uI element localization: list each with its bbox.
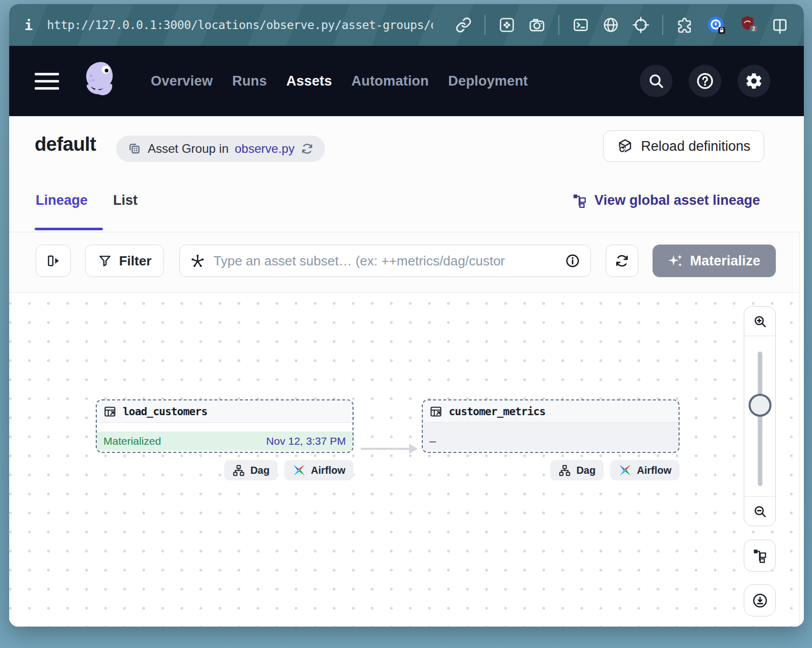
adblock-shield-icon[interactable]: 2 xyxy=(739,15,759,35)
asset-name: load_customers xyxy=(123,406,207,418)
zoom-slider-track[interactable] xyxy=(757,352,762,486)
asset-selection-icon xyxy=(190,253,205,268)
shield-badge-count: 2 xyxy=(752,26,755,32)
asset-tags-customer-metrics: Dag Airflow xyxy=(550,460,680,480)
tabs-divider xyxy=(9,232,804,232)
asset-group-icon xyxy=(127,142,142,156)
asset-status-bar: Materialized Nov 12, 3:37 PM xyxy=(97,431,353,451)
nav-item-assets[interactable]: Assets xyxy=(286,73,332,89)
airflow-icon xyxy=(292,464,306,477)
asset-node-load-customers[interactable]: load_customers Materialized Nov 12, 3:37… xyxy=(96,399,354,453)
download-icon xyxy=(752,592,768,609)
dag-tag[interactable]: Dag xyxy=(550,460,604,480)
dag-icon xyxy=(232,464,245,477)
airflow-icon xyxy=(618,464,632,477)
lineage-graph-icon xyxy=(572,193,587,208)
globe-icon[interactable] xyxy=(602,16,619,34)
tab-lineage[interactable]: Lineage xyxy=(36,193,88,208)
airflow-tag-label: Airflow xyxy=(637,465,671,476)
dagster-logo[interactable] xyxy=(80,60,122,102)
refresh-icon xyxy=(614,253,630,268)
lineage-graph-icon xyxy=(752,548,768,563)
airflow-tag[interactable]: Airflow xyxy=(610,460,680,480)
tab-list[interactable]: List xyxy=(113,193,138,208)
airflow-tag[interactable]: Airflow xyxy=(284,460,354,480)
expand-panel-icon xyxy=(46,253,61,268)
address-bar[interactable]: http://127.0.0.1:3000/locations/observe.… xyxy=(47,18,433,32)
toolbar-separator xyxy=(558,15,559,35)
asset-group-label: Asset Group in xyxy=(148,142,229,156)
filter-button[interactable]: Filter xyxy=(85,245,164,277)
zoom-slider-thumb[interactable] xyxy=(748,394,771,417)
crosshair-icon[interactable] xyxy=(632,16,649,34)
filter-label: Filter xyxy=(119,253,152,269)
camera-icon[interactable] xyxy=(528,16,546,34)
nav-item-overview[interactable]: Overview xyxy=(151,73,213,89)
refresh-graph-button[interactable] xyxy=(606,245,638,277)
menu-icon[interactable] xyxy=(35,73,59,90)
zoom-out-button[interactable] xyxy=(744,497,775,526)
split-view-icon[interactable] xyxy=(771,16,789,34)
zoom-out-icon xyxy=(753,504,767,519)
asset-group-badge: Asset Group in observe.py xyxy=(116,136,325,162)
screenshot-flower-icon[interactable] xyxy=(498,16,516,34)
zoom-in-icon xyxy=(753,314,767,329)
nav-item-automation[interactable]: Automation xyxy=(351,73,429,89)
asset-tags-load-customers: Dag Airflow xyxy=(224,460,354,480)
dag-tag[interactable]: Dag xyxy=(224,460,278,480)
search-icon xyxy=(648,73,664,89)
info-icon[interactable] xyxy=(565,253,580,268)
sparkles-icon xyxy=(668,253,683,268)
reload-definitions-button[interactable]: Reload definitions xyxy=(603,130,764,162)
lineage-canvas[interactable]: load_customers Materialized Nov 12, 3:37… xyxy=(9,292,804,627)
asset-group-file-link[interactable]: observe.py xyxy=(235,142,294,156)
scrollbar-gutter[interactable] xyxy=(799,232,804,627)
asset-status-bar: – xyxy=(423,431,679,451)
expand-panel-button[interactable] xyxy=(36,245,71,277)
materialize-button[interactable]: Materialize xyxy=(653,245,776,277)
zoom-in-button[interactable] xyxy=(744,307,775,336)
dag-tag-label: Dag xyxy=(576,465,596,476)
search-button[interactable] xyxy=(640,65,672,97)
terminal-icon[interactable] xyxy=(572,16,589,34)
settings-button[interactable] xyxy=(738,65,770,97)
asset-node-customer-metrics[interactable]: customer_metrics – xyxy=(422,399,680,453)
sync-icon[interactable] xyxy=(301,142,314,155)
asset-subset-searchbox xyxy=(179,245,591,277)
nav-item-runs[interactable]: Runs xyxy=(232,73,267,89)
fit-graph-button[interactable] xyxy=(744,539,776,572)
asset-status: Materialized xyxy=(103,435,161,447)
asset-table-icon xyxy=(103,405,117,418)
active-tab-underline xyxy=(35,228,103,230)
zoom-panel xyxy=(744,306,776,526)
zoom-slider[interactable] xyxy=(744,336,775,497)
nav-item-deployment[interactable]: Deployment xyxy=(448,73,528,89)
reload-cube-icon xyxy=(617,138,633,154)
help-icon xyxy=(696,72,714,90)
browser-toolbar: i http://127.0.0.1:3000/locations/observ… xyxy=(9,4,804,46)
materialize-label: Materialize xyxy=(690,253,760,269)
reload-definitions-label: Reload definitions xyxy=(641,139,750,154)
asset-status: – xyxy=(429,435,436,447)
page-content: default Asset Group in observe.py Reload… xyxy=(9,116,804,627)
view-global-lineage-label: View global asset lineage xyxy=(594,193,760,208)
asset-subset-input[interactable] xyxy=(213,253,557,269)
asset-name: customer_metrics xyxy=(449,406,546,418)
password-manager-icon[interactable] xyxy=(706,15,726,35)
page-title: default xyxy=(35,133,96,155)
site-favicon: i xyxy=(24,17,33,33)
extensions-puzzle-icon[interactable] xyxy=(676,16,693,34)
asset-materialized-time[interactable]: Nov 12, 3:37 PM xyxy=(266,435,346,447)
view-global-lineage-link[interactable]: View global asset lineage xyxy=(572,193,760,208)
dag-tag-label: Dag xyxy=(250,465,269,476)
browser-window: i http://127.0.0.1:3000/locations/observ… xyxy=(9,4,804,627)
toolbar-separator xyxy=(662,15,663,35)
link-icon[interactable] xyxy=(455,17,472,33)
help-button[interactable] xyxy=(689,65,721,97)
gear-icon xyxy=(745,72,763,90)
airflow-tag-label: Airflow xyxy=(311,465,345,476)
download-button[interactable] xyxy=(744,584,776,616)
app-navbar: Overview Runs Assets Automation Deployme… xyxy=(9,46,804,116)
dag-icon xyxy=(558,464,571,477)
asset-table-icon xyxy=(429,405,443,418)
